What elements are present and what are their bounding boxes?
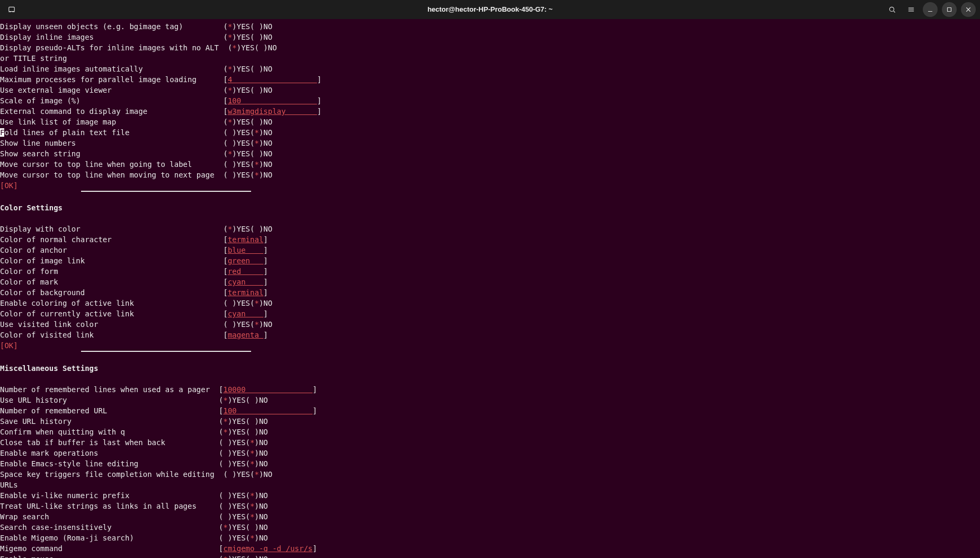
top-row-9-radio-yes[interactable]: ( )YES — [223, 127, 250, 138]
top-row-10-radio-yes[interactable]: ( )YES — [223, 138, 250, 148]
color-ok-button[interactable]: [OK] — [0, 340, 18, 351]
top-row-12-radio-no[interactable]: (*)NO — [250, 159, 272, 170]
search-icon — [888, 6, 896, 13]
misc-row-11: Wrap search ( )YES (*)NO — [0, 511, 980, 522]
top-row-11-radio-yes[interactable]: (*)YES — [223, 148, 250, 159]
top-row-1-radio-yes[interactable]: (*)YES — [223, 32, 250, 42]
misc-row-9-radio-yes[interactable]: ( )YES — [219, 490, 246, 501]
misc-row-15-radio-no[interactable]: ( )NO — [246, 554, 268, 558]
misc-row-8-radio-yes[interactable]: ( )YES — [223, 469, 250, 480]
misc-row-12-label: Search case-insensitively — [0, 522, 112, 533]
color-row-5-field[interactable]: cyan — [228, 277, 263, 287]
top-row-10: Show line numbers ( )YES (*)NO — [0, 138, 980, 148]
color-row-2-field[interactable]: blue — [228, 245, 263, 255]
misc-row-8-radio-no[interactable]: (*)NO — [250, 469, 272, 480]
misc-row-13-label: Enable Migemo (Roma-ji search) — [0, 533, 134, 543]
misc-row-12-radio-yes[interactable]: (*)YES — [219, 522, 246, 533]
top-row-10-radio-no[interactable]: (*)NO — [250, 138, 272, 148]
color-row-9-radio-no[interactable]: (*)NO — [250, 319, 272, 330]
misc-row-1-radio-yes[interactable]: (*)YES — [219, 395, 246, 405]
top-row-8-radio-no[interactable]: ( )NO — [250, 117, 272, 127]
top-row-4-field[interactable]: 4 — [228, 74, 317, 85]
misc-row-11-radio-no[interactable]: (*)NO — [246, 511, 268, 522]
misc-row-10-radio-yes[interactable]: ( )YES — [219, 501, 246, 511]
new-tab-button[interactable] — [4, 2, 19, 17]
misc-row-5-radio-yes[interactable]: ( )YES — [219, 437, 246, 448]
misc-row-3-radio-no[interactable]: ( )NO — [246, 416, 268, 427]
radio-yes-selected-icon: * — [223, 417, 227, 426]
minimize-button[interactable] — [923, 2, 938, 17]
color-row-10-field[interactable]: magenta — [228, 330, 263, 340]
misc-row-14-field[interactable]: cmigemo -q -d /usr/s — [223, 543, 313, 554]
radio-yes-selected-icon: * — [228, 65, 232, 73]
top-row-6-label: Scale of image (%) — [0, 95, 81, 106]
misc-row-0: Number of remembered lines when used as … — [0, 384, 980, 395]
top-ok-button[interactable]: [OK] — [0, 180, 18, 191]
top-row-2-label: Display pseudo-ALTs for inline images wi… — [0, 42, 219, 53]
radio-no-selected-icon: * — [250, 534, 254, 542]
misc-row-6-radio-no[interactable]: (*)NO — [246, 448, 268, 458]
terminal-content[interactable]: Display unseen objects (e.g. bgimage tag… — [0, 19, 980, 558]
top-row-2-radio-no[interactable]: ( )NO — [254, 42, 277, 53]
top-row-1-radio-no[interactable]: ( )NO — [250, 32, 272, 42]
misc-row-11-radio-yes[interactable]: ( )YES — [219, 511, 246, 522]
radio-no-selected-icon: * — [254, 171, 259, 179]
top-row-13-radio-no[interactable]: (*)NO — [250, 170, 272, 180]
misc-row-4-radio-no[interactable]: ( )NO — [246, 427, 268, 437]
misc-row-1-radio-no[interactable]: ( )NO — [246, 395, 268, 405]
top-row-8-radio-yes[interactable]: (*)YES — [223, 117, 250, 127]
misc-row-3-label: Save URL history — [0, 416, 72, 427]
color-row-0-radio-no[interactable]: ( )NO — [250, 224, 272, 234]
misc-row-13-radio-no[interactable]: (*)NO — [246, 533, 268, 543]
color-row-4-field[interactable]: red — [228, 266, 263, 277]
misc-row-13-radio-yes[interactable]: ( )YES — [219, 533, 246, 543]
top-row-0-radio-no[interactable]: ( )NO — [250, 21, 272, 32]
top-row-5-radio-yes[interactable]: (*)YES — [223, 85, 250, 95]
misc-row-7-radio-no[interactable]: (*)NO — [246, 458, 268, 469]
misc-row-9-radio-no[interactable]: (*)NO — [246, 490, 268, 501]
search-button[interactable] — [885, 2, 899, 17]
misc-row-4-radio-yes[interactable]: (*)YES — [219, 427, 246, 437]
menu-button[interactable] — [904, 2, 919, 17]
misc-row-9-label: Enable vi-like numeric prefix — [0, 490, 129, 501]
misc-row-5-radio-no[interactable]: (*)NO — [246, 437, 268, 448]
top-row-11-radio-no[interactable]: ( )NO — [250, 148, 272, 159]
misc-row-10-radio-no[interactable]: (*)NO — [246, 501, 268, 511]
misc-row-0-field[interactable]: 10000 — [223, 384, 313, 395]
misc-row-6-radio-yes[interactable]: ( )YES — [219, 448, 246, 458]
misc-row-7-radio-yes[interactable]: ( )YES — [219, 458, 246, 469]
color-row-2-label: Color of anchor — [0, 245, 67, 255]
color-row-7-label: Enable coloring of active link — [0, 298, 134, 308]
color-row-9-radio-yes[interactable]: ( )YES — [223, 319, 250, 330]
top-row-7-field[interactable]: w3mimgdisplay — [228, 106, 317, 117]
misc-row-6-label: Enable mark operations — [0, 448, 98, 458]
top-row-3-radio-no[interactable]: ( )NO — [250, 64, 272, 74]
misc-row-4: Confirm when quitting with q (*)YES ( )N… — [0, 427, 980, 437]
top-row-0-radio-yes[interactable]: (*)YES — [223, 21, 250, 32]
color-row-7-radio-no[interactable]: (*)NO — [250, 298, 272, 308]
misc-row-2-field[interactable]: 100 — [223, 405, 313, 416]
top-row-3-radio-yes[interactable]: (*)YES — [223, 64, 250, 74]
top-row-6-field[interactable]: 100 — [228, 95, 317, 106]
color-row-3-field[interactable]: green — [228, 255, 263, 266]
maximize-button[interactable] — [942, 2, 957, 17]
top-row-9-radio-no[interactable]: (*)NO — [250, 127, 272, 138]
misc-row-12-radio-no[interactable]: ( )NO — [246, 522, 268, 533]
misc-row-15-radio-yes[interactable]: (*)YES — [219, 554, 246, 558]
top-row-12-label: Move cursor to top line when going to la… — [0, 159, 192, 170]
misc-row-7: Enable Emacs-style line editing ( )YES (… — [0, 458, 980, 469]
color-row-7-radio-yes[interactable]: ( )YES — [223, 298, 250, 308]
color-row-6-field[interactable]: terminal — [228, 287, 263, 298]
color-row-0-label: Display with color — [0, 224, 81, 234]
color-row-0-radio-yes[interactable]: (*)YES — [223, 224, 250, 234]
color-row-8-field[interactable]: cyan — [228, 308, 263, 319]
top-row-3-label: Load inline images automatically — [0, 64, 143, 74]
color-row-1-field[interactable]: terminal — [228, 234, 263, 245]
top-row-13-radio-yes[interactable]: ( )YES — [223, 170, 250, 180]
top-row-12-radio-yes[interactable]: ( )YES — [223, 159, 250, 170]
misc-row-3-radio-yes[interactable]: (*)YES — [219, 416, 246, 427]
section-color-heading: Color Settings — [0, 202, 980, 213]
top-row-5-radio-no[interactable]: ( )NO — [250, 85, 272, 95]
top-row-2-radio-yes[interactable]: (*)YES — [228, 42, 255, 53]
close-button[interactable] — [961, 2, 976, 17]
